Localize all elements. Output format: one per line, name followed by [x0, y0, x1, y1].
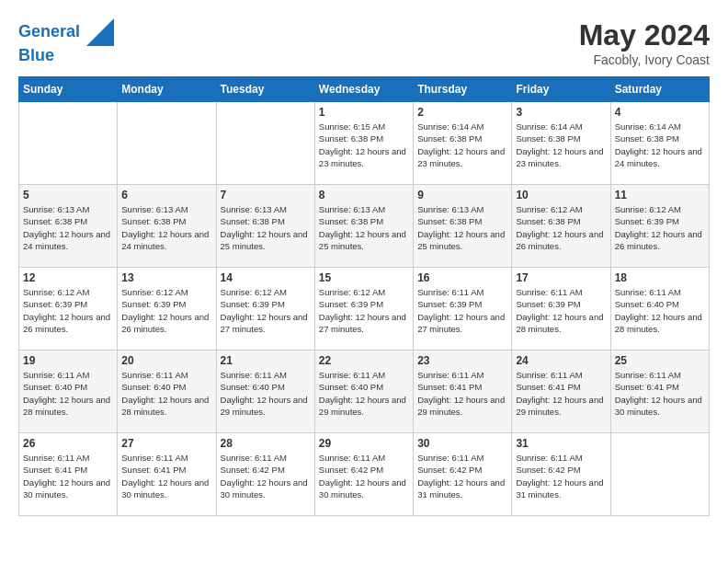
week-row-1: 1Sunrise: 6:15 AMSunset: 6:38 PMDaylight…: [19, 102, 710, 185]
day-info: Sunrise: 6:13 AMSunset: 6:38 PMDaylight:…: [221, 203, 311, 252]
calendar-cell: 23Sunrise: 6:11 AMSunset: 6:41 PMDayligh…: [414, 350, 512, 433]
page-header: General Blue May 2024 Facobly, Ivory Coa…: [18, 18, 710, 67]
day-info: Sunrise: 6:11 AMSunset: 6:40 PMDaylight:…: [121, 369, 211, 418]
calendar-cell: 26Sunrise: 6:11 AMSunset: 6:41 PMDayligh…: [19, 433, 118, 516]
calendar-cell: 7Sunrise: 6:13 AMSunset: 6:38 PMDaylight…: [216, 185, 314, 268]
day-info: Sunrise: 6:12 AMSunset: 6:39 PMDaylight:…: [23, 286, 113, 335]
day-number: 14: [221, 271, 311, 284]
calendar-cell: 27Sunrise: 6:11 AMSunset: 6:41 PMDayligh…: [118, 433, 216, 516]
day-number: 3: [516, 106, 606, 119]
week-row-5: 26Sunrise: 6:11 AMSunset: 6:41 PMDayligh…: [19, 433, 710, 516]
calendar-cell: 22Sunrise: 6:11 AMSunset: 6:40 PMDayligh…: [314, 350, 413, 433]
day-info: Sunrise: 6:11 AMSunset: 6:40 PMDaylight:…: [221, 369, 311, 418]
day-number: 1: [319, 106, 409, 119]
day-info: Sunrise: 6:11 AMSunset: 6:39 PMDaylight:…: [516, 286, 606, 335]
day-info: Sunrise: 6:11 AMSunset: 6:41 PMDaylight:…: [417, 369, 507, 418]
day-header-friday: Friday: [512, 77, 610, 102]
day-number: 6: [121, 189, 211, 201]
day-header-saturday: Saturday: [610, 77, 709, 102]
day-info: Sunrise: 6:11 AMSunset: 6:40 PMDaylight:…: [23, 369, 113, 418]
day-number: 8: [319, 189, 409, 201]
day-number: 29: [319, 437, 409, 450]
day-number: 18: [615, 271, 705, 284]
calendar-cell: 16Sunrise: 6:11 AMSunset: 6:39 PMDayligh…: [414, 268, 512, 350]
day-number: 5: [23, 189, 113, 201]
day-number: 13: [121, 271, 211, 284]
calendar-cell: 21Sunrise: 6:11 AMSunset: 6:40 PMDayligh…: [216, 350, 314, 433]
calendar-cell: 29Sunrise: 6:11 AMSunset: 6:42 PMDayligh…: [314, 433, 413, 516]
logo-icon: [86, 18, 114, 46]
logo: General Blue: [18, 18, 114, 66]
day-info: Sunrise: 6:12 AMSunset: 6:39 PMDaylight:…: [319, 286, 409, 335]
day-number: 9: [417, 189, 507, 201]
day-number: 7: [221, 189, 311, 201]
day-info: Sunrise: 6:13 AMSunset: 6:38 PMDaylight:…: [121, 203, 211, 252]
day-number: 31: [516, 437, 606, 450]
calendar-cell: 8Sunrise: 6:13 AMSunset: 6:38 PMDaylight…: [314, 185, 413, 268]
calendar-cell: [216, 102, 314, 185]
calendar-cell: 30Sunrise: 6:11 AMSunset: 6:42 PMDayligh…: [414, 433, 512, 516]
calendar-cell: 12Sunrise: 6:12 AMSunset: 6:39 PMDayligh…: [19, 268, 118, 350]
day-info: Sunrise: 6:11 AMSunset: 6:41 PMDaylight:…: [615, 369, 705, 418]
day-info: Sunrise: 6:11 AMSunset: 6:40 PMDaylight:…: [319, 369, 409, 418]
day-header-tuesday: Tuesday: [216, 77, 314, 102]
day-number: 24: [516, 354, 606, 367]
day-number: 15: [319, 271, 409, 284]
week-row-4: 19Sunrise: 6:11 AMSunset: 6:40 PMDayligh…: [19, 350, 710, 433]
calendar-cell: 28Sunrise: 6:11 AMSunset: 6:42 PMDayligh…: [216, 433, 314, 516]
day-info: Sunrise: 6:13 AMSunset: 6:38 PMDaylight:…: [417, 203, 507, 252]
day-info: Sunrise: 6:11 AMSunset: 6:42 PMDaylight:…: [417, 452, 507, 500]
calendar-cell: 10Sunrise: 6:12 AMSunset: 6:38 PMDayligh…: [512, 185, 610, 268]
day-header-monday: Monday: [118, 77, 216, 102]
calendar-cell: 5Sunrise: 6:13 AMSunset: 6:38 PMDaylight…: [19, 185, 118, 268]
calendar-cell: 18Sunrise: 6:11 AMSunset: 6:40 PMDayligh…: [610, 268, 709, 350]
day-number: 16: [417, 271, 507, 284]
day-number: 17: [516, 271, 606, 284]
week-row-2: 5Sunrise: 6:13 AMSunset: 6:38 PMDaylight…: [19, 185, 710, 268]
calendar-cell: 19Sunrise: 6:11 AMSunset: 6:40 PMDayligh…: [19, 350, 118, 433]
day-number: 11: [615, 189, 705, 201]
calendar-cell: 25Sunrise: 6:11 AMSunset: 6:41 PMDayligh…: [610, 350, 709, 433]
day-header-sunday: Sunday: [19, 77, 118, 102]
location: Facobly, Ivory Coast: [579, 52, 710, 67]
day-info: Sunrise: 6:14 AMSunset: 6:38 PMDaylight:…: [417, 121, 507, 169]
calendar-cell: 3Sunrise: 6:14 AMSunset: 6:38 PMDaylight…: [512, 102, 610, 185]
week-row-3: 12Sunrise: 6:12 AMSunset: 6:39 PMDayligh…: [19, 268, 710, 350]
day-info: Sunrise: 6:13 AMSunset: 6:38 PMDaylight:…: [23, 203, 113, 252]
calendar-cell: 2Sunrise: 6:14 AMSunset: 6:38 PMDaylight…: [414, 102, 512, 185]
calendar-cell: [118, 102, 216, 185]
day-info: Sunrise: 6:13 AMSunset: 6:38 PMDaylight:…: [319, 203, 409, 252]
day-number: 28: [221, 437, 311, 450]
calendar-cell: 9Sunrise: 6:13 AMSunset: 6:38 PMDaylight…: [414, 185, 512, 268]
calendar-cell: [610, 433, 709, 516]
day-number: 2: [417, 106, 507, 119]
day-info: Sunrise: 6:12 AMSunset: 6:39 PMDaylight:…: [121, 286, 211, 335]
title-area: May 2024 Facobly, Ivory Coast: [579, 18, 710, 67]
day-number: 26: [23, 437, 113, 450]
logo-general: General: [18, 22, 80, 40]
calendar-cell: 20Sunrise: 6:11 AMSunset: 6:40 PMDayligh…: [118, 350, 216, 433]
calendar-cell: 15Sunrise: 6:12 AMSunset: 6:39 PMDayligh…: [314, 268, 413, 350]
day-info: Sunrise: 6:11 AMSunset: 6:41 PMDaylight:…: [516, 369, 606, 418]
day-number: 27: [121, 437, 211, 450]
calendar-cell: 4Sunrise: 6:14 AMSunset: 6:38 PMDaylight…: [610, 102, 709, 185]
day-number: 4: [615, 106, 705, 119]
calendar-cell: 6Sunrise: 6:13 AMSunset: 6:38 PMDaylight…: [118, 185, 216, 268]
calendar-cell: 14Sunrise: 6:12 AMSunset: 6:39 PMDayligh…: [216, 268, 314, 350]
day-header-wednesday: Wednesday: [314, 77, 413, 102]
day-info: Sunrise: 6:14 AMSunset: 6:38 PMDaylight:…: [516, 121, 606, 169]
calendar-table: SundayMondayTuesdayWednesdayThursdayFrid…: [18, 76, 710, 516]
day-info: Sunrise: 6:11 AMSunset: 6:42 PMDaylight:…: [221, 452, 311, 500]
calendar-cell: 17Sunrise: 6:11 AMSunset: 6:39 PMDayligh…: [512, 268, 610, 350]
day-number: 19: [23, 354, 113, 367]
day-info: Sunrise: 6:11 AMSunset: 6:40 PMDaylight:…: [615, 286, 705, 335]
day-number: 20: [121, 354, 211, 367]
logo-text: General: [18, 18, 114, 46]
day-number: 22: [319, 354, 409, 367]
calendar-cell: 1Sunrise: 6:15 AMSunset: 6:38 PMDaylight…: [314, 102, 413, 185]
day-number: 21: [221, 354, 311, 367]
logo-blue: Blue: [18, 46, 114, 66]
day-info: Sunrise: 6:11 AMSunset: 6:41 PMDaylight:…: [121, 452, 211, 500]
day-info: Sunrise: 6:12 AMSunset: 6:38 PMDaylight:…: [516, 203, 606, 252]
calendar-cell: 11Sunrise: 6:12 AMSunset: 6:39 PMDayligh…: [610, 185, 709, 268]
